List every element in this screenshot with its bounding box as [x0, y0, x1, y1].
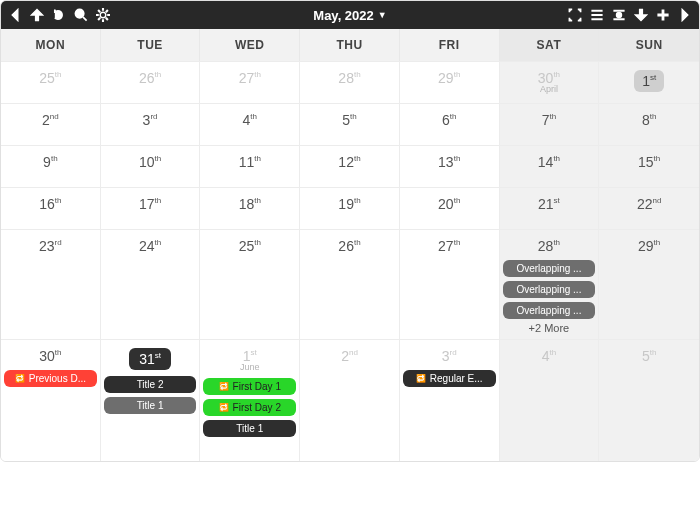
- day-number: 29th: [602, 234, 696, 254]
- day-number: 28th: [503, 234, 596, 254]
- svg-line-8: [106, 18, 108, 20]
- event-chip[interactable]: 🔁First Day 2: [203, 399, 296, 416]
- day-number: 8th: [602, 108, 696, 128]
- day-cell[interactable]: 30thApril: [500, 61, 600, 103]
- event-chip[interactable]: 🔁Previous D...: [4, 370, 97, 387]
- day-number: 26th: [303, 234, 396, 254]
- event-chip[interactable]: Overlapping ...: [503, 260, 596, 277]
- event-chip[interactable]: Title 1: [104, 397, 197, 414]
- day-cell[interactable]: 12th: [300, 145, 400, 187]
- toolbar: May, 2022 ▼: [1, 1, 699, 29]
- day-cell[interactable]: 5th: [599, 339, 699, 461]
- day-number: 29th: [403, 66, 496, 86]
- down-icon[interactable]: [633, 7, 649, 23]
- day-number: 17th: [104, 192, 197, 212]
- next-icon[interactable]: [677, 7, 693, 23]
- day-cell[interactable]: 25th: [200, 229, 300, 339]
- day-cell[interactable]: 6th: [400, 103, 500, 145]
- day-cell[interactable]: 4th: [500, 339, 600, 461]
- day-cell[interactable]: 29th: [400, 61, 500, 103]
- event-chip[interactable]: 🔁Regular E...: [403, 370, 496, 387]
- day-cell[interactable]: 8th: [599, 103, 699, 145]
- weekday-label: TUE: [101, 29, 201, 61]
- day-cell[interactable]: 29th: [599, 229, 699, 339]
- event-chip[interactable]: 🔁First Day 1: [203, 378, 296, 395]
- day-number: 5th: [602, 344, 696, 364]
- day-cell[interactable]: 20th: [400, 187, 500, 229]
- day-number: 14th: [503, 150, 596, 170]
- target-icon[interactable]: [611, 7, 627, 23]
- day-cell[interactable]: 21st: [500, 187, 600, 229]
- event-list: 🔁Regular E...: [403, 370, 496, 387]
- day-cell[interactable]: 26th: [300, 229, 400, 339]
- day-cell[interactable]: 28thOverlapping ...Overlapping ...Overla…: [500, 229, 600, 339]
- title-text: May, 2022: [313, 8, 373, 23]
- day-cell[interactable]: 7th: [500, 103, 600, 145]
- day-number: 20th: [403, 192, 496, 212]
- day-cell[interactable]: 2nd: [300, 339, 400, 461]
- day-cell[interactable]: 31stTitle 2Title 1: [101, 339, 201, 461]
- weekday-header: MONTUEWEDTHUFRISATSUN: [1, 29, 699, 61]
- day-cell[interactable]: 28th: [300, 61, 400, 103]
- event-chip[interactable]: Title 2: [104, 376, 197, 393]
- day-cell[interactable]: 23rd: [1, 229, 101, 339]
- event-chip[interactable]: Title 1: [203, 420, 296, 437]
- day-cell[interactable]: 30th🔁Previous D...: [1, 339, 101, 461]
- toolbar-left: [7, 7, 111, 23]
- day-cell[interactable]: 10th: [101, 145, 201, 187]
- event-chip[interactable]: Overlapping ...: [503, 302, 596, 319]
- day-cell[interactable]: 25th: [1, 61, 101, 103]
- svg-point-15: [617, 13, 621, 17]
- day-cell[interactable]: 14th: [500, 145, 600, 187]
- weekday-label: WED: [200, 29, 300, 61]
- day-number: 7th: [503, 108, 596, 128]
- day-number: 2nd: [4, 108, 97, 128]
- repeat-icon[interactable]: [51, 7, 67, 23]
- day-cell[interactable]: 17th: [101, 187, 201, 229]
- event-label: Previous D...: [29, 373, 86, 384]
- day-cell[interactable]: 19th: [300, 187, 400, 229]
- day-cell[interactable]: 2nd: [1, 103, 101, 145]
- event-label: Title 1: [137, 400, 164, 411]
- day-cell[interactable]: 4th: [200, 103, 300, 145]
- day-cell[interactable]: 1stJune🔁First Day 1🔁First Day 2Title 1: [200, 339, 300, 461]
- plus-icon[interactable]: [655, 7, 671, 23]
- caret-down-icon: ▼: [378, 10, 387, 20]
- day-cell[interactable]: 18th: [200, 187, 300, 229]
- day-cell[interactable]: 15th: [599, 145, 699, 187]
- day-cell[interactable]: 9th: [1, 145, 101, 187]
- day-cell[interactable]: 24th: [101, 229, 201, 339]
- repeat-icon: 🔁: [416, 374, 426, 383]
- event-label: Overlapping ...: [516, 284, 581, 295]
- day-number: 13th: [403, 150, 496, 170]
- day-number: 3rd: [104, 108, 197, 128]
- day-cell[interactable]: 11th: [200, 145, 300, 187]
- day-number: 27th: [203, 66, 296, 86]
- menu-icon[interactable]: [589, 7, 605, 23]
- day-cell[interactable]: 22nd: [599, 187, 699, 229]
- day-cell[interactable]: 3rd🔁Regular E...: [400, 339, 500, 461]
- day-number: 11th: [203, 150, 296, 170]
- day-cell[interactable]: 27th: [200, 61, 300, 103]
- day-number: 3rd: [403, 344, 496, 364]
- search-icon[interactable]: [73, 7, 89, 23]
- prev-icon[interactable]: [7, 7, 23, 23]
- day-cell[interactable]: 3rd: [101, 103, 201, 145]
- day-number: 15th: [602, 150, 696, 170]
- event-chip[interactable]: Overlapping ...: [503, 281, 596, 298]
- svg-point-0: [75, 9, 83, 17]
- day-cell[interactable]: 26th: [101, 61, 201, 103]
- repeat-icon: 🔁: [219, 403, 229, 412]
- day-number: 16th: [4, 192, 97, 212]
- day-cell[interactable]: 16th: [1, 187, 101, 229]
- more-events[interactable]: +2 More: [503, 322, 596, 334]
- gear-icon[interactable]: [95, 7, 111, 23]
- day-cell[interactable]: 1st: [599, 61, 699, 103]
- title-button[interactable]: May, 2022 ▼: [313, 8, 386, 23]
- fullscreen-icon[interactable]: [567, 7, 583, 23]
- up-icon[interactable]: [29, 7, 45, 23]
- day-cell[interactable]: 5th: [300, 103, 400, 145]
- day-cell[interactable]: 27th: [400, 229, 500, 339]
- day-cell[interactable]: 13th: [400, 145, 500, 187]
- day-number: 9th: [4, 150, 97, 170]
